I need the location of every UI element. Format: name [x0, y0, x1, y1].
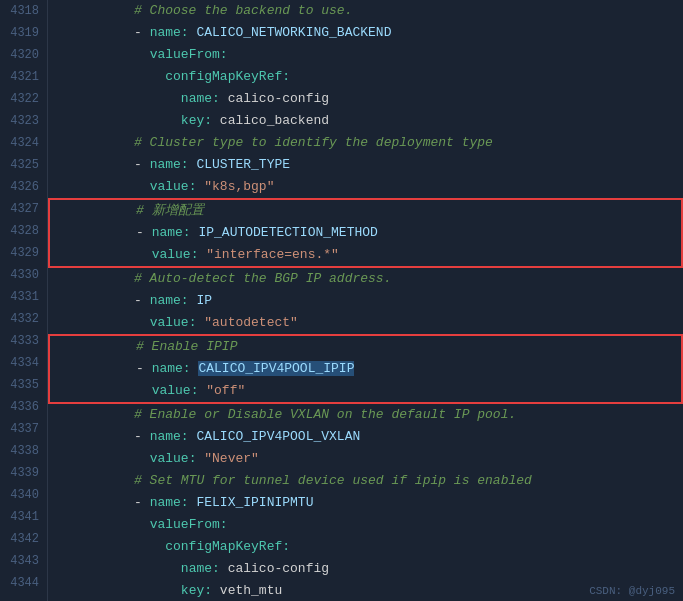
- code-line: # Cluster type to identify the deploymen…: [56, 132, 675, 154]
- code-line: value: "off": [58, 380, 673, 402]
- code-line: name: calico-config: [56, 88, 675, 110]
- code-line: value: "autodetect": [56, 312, 675, 334]
- line-numbers: 4318431943204321432243234324432543264327…: [0, 0, 48, 601]
- code-line: value: "Never": [56, 448, 675, 470]
- line-number: 4338: [4, 440, 39, 462]
- code-line: # Enable or Disable VXLAN on the default…: [56, 404, 675, 426]
- line-number: 4332: [4, 308, 39, 330]
- watermark: CSDN: @dyj095: [589, 585, 675, 597]
- code-line: key: veth_mtu: [56, 580, 675, 601]
- line-number: 4337: [4, 418, 39, 440]
- line-number: 4321: [4, 66, 39, 88]
- code-line: configMapKeyRef:: [56, 536, 675, 558]
- line-number: 4340: [4, 484, 39, 506]
- code-line: valueFrom:: [56, 514, 675, 536]
- code-line: # Choose the backend to use.: [56, 0, 675, 22]
- line-number: 4324: [4, 132, 39, 154]
- line-number: 4323: [4, 110, 39, 132]
- code-editor: 4318431943204321432243234324432543264327…: [0, 0, 683, 601]
- code-content: # Choose the backend to use. - name: CAL…: [48, 0, 683, 601]
- line-number: 4342: [4, 528, 39, 550]
- code-line: # Set MTU for tunnel device used if ipip…: [56, 470, 675, 492]
- code-line: - name: FELIX_IPINIPMTU: [56, 492, 675, 514]
- code-line: # Enable IPIP: [58, 336, 673, 358]
- line-number: 4327: [4, 198, 39, 220]
- line-number: 4319: [4, 22, 39, 44]
- line-number: 4325: [4, 154, 39, 176]
- line-number: 4344: [4, 572, 39, 594]
- code-line: - name: CALICO_IPV4POOL_IPIP: [58, 358, 673, 380]
- code-line: configMapKeyRef:: [56, 66, 675, 88]
- line-number: 4326: [4, 176, 39, 198]
- highlight-group: # Enable IPIP - name: CALICO_IPV4POOL_IP…: [48, 334, 683, 404]
- code-line: - name: CLUSTER_TYPE: [56, 154, 675, 176]
- code-line: # 新增配置: [58, 200, 673, 222]
- highlight-group: # 新增配置 - name: IP_AUTODETECTION_METHOD v…: [48, 198, 683, 268]
- code-line: - name: CALICO_NETWORKING_BACKEND: [56, 22, 675, 44]
- line-number: 4320: [4, 44, 39, 66]
- line-number: 4341: [4, 506, 39, 528]
- line-number: 4333: [4, 330, 39, 352]
- code-line: valueFrom:: [56, 44, 675, 66]
- code-line: - name: IP: [56, 290, 675, 312]
- line-number: 4330: [4, 264, 39, 286]
- line-number: 4318: [4, 0, 39, 22]
- code-line: value: "k8s,bgp": [56, 176, 675, 198]
- code-line: - name: CALICO_IPV4POOL_VXLAN: [56, 426, 675, 448]
- code-line: - name: IP_AUTODETECTION_METHOD: [58, 222, 673, 244]
- code-line: key: calico_backend: [56, 110, 675, 132]
- line-number: 4331: [4, 286, 39, 308]
- code-line: name: calico-config: [56, 558, 675, 580]
- line-number: 4335: [4, 374, 39, 396]
- line-number: 4328: [4, 220, 39, 242]
- line-number: 4339: [4, 462, 39, 484]
- code-line: # Auto-detect the BGP IP address.: [56, 268, 675, 290]
- line-number: 4336: [4, 396, 39, 418]
- code-line: value: "interface=ens.*": [58, 244, 673, 266]
- line-number: 4329: [4, 242, 39, 264]
- line-number: 4322: [4, 88, 39, 110]
- line-number: 4343: [4, 550, 39, 572]
- line-number: 4334: [4, 352, 39, 374]
